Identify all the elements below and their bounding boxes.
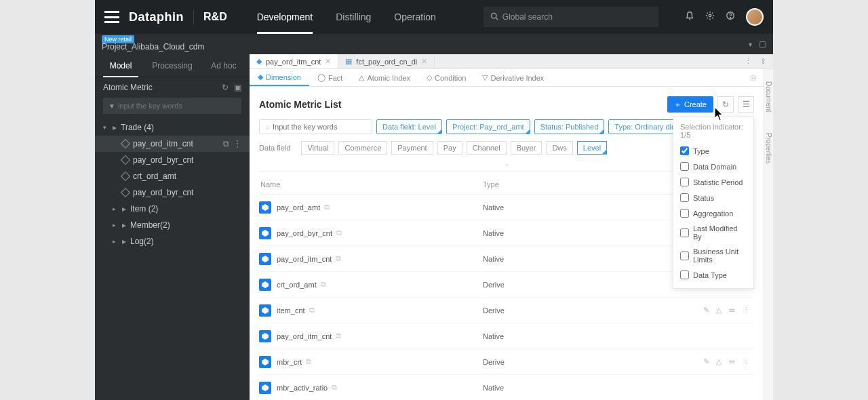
warning-icon[interactable]: △ [716,306,722,315]
table-row[interactable]: mbr_crt⧉Derive✎△⩸⋮ [259,349,754,375]
project-selector[interactable]: New retail Project_Alibaba_Cloud_cdm ▾ ▢ [95,34,773,54]
hierarchy-icon[interactable]: ⧉ [321,280,326,289]
close-icon[interactable]: ✕ [325,57,331,66]
tag-pay[interactable]: Pay [437,141,462,155]
dropdown-item[interactable]: Statistic Period [680,174,747,190]
more-icon[interactable]: ⋮ [743,306,750,315]
tree-item-label: Item (2) [130,204,241,214]
hierarchy-icon[interactable]: ⧉ [324,203,330,212]
table-row[interactable]: item_cnt⧉Derive✎△⩸⋮ [259,298,754,323]
dropdown-item[interactable]: Business Unit Limits [680,244,747,267]
checkbox[interactable] [680,146,689,155]
nav-tab-distilling[interactable]: Distilling [336,0,371,34]
metric-icon [259,330,271,342]
filter-chip-datafield[interactable]: Data field: Level [376,119,442,134]
table-row[interactable]: pay_ord_itm_cnt⧉Native [259,323,754,349]
tree-item-metric[interactable]: pay_ord_itm_cnt ⧉⋮ [95,136,250,152]
tree-group-member[interactable]: ▸ ▸ Member(2) [95,217,250,233]
file-tab[interactable]: ▦ fct_pay_ord_cn_di ✕ [338,54,435,68]
dim-tab-derivative[interactable]: ▽Derivative Index [474,69,552,86]
tag-level[interactable]: Level [577,141,607,155]
checkbox[interactable] [680,193,689,202]
left-tab-model[interactable]: Model [95,54,146,77]
checkbox[interactable] [680,162,689,171]
tag-virtual[interactable]: Virtual [301,141,334,155]
tree-item-label: pay_ord_byr_cnt [133,155,241,165]
columns-button[interactable]: ☰ [738,96,754,113]
avatar[interactable] [746,8,764,26]
location-icon[interactable]: ◎ [743,69,764,86]
dim-tab-atomic[interactable]: △Atomic Index [351,69,418,86]
stats-icon[interactable]: ⩸ [728,306,736,315]
refresh-icon[interactable]: ↻ [222,83,229,92]
more-icon[interactable]: ⋮ [745,57,752,66]
tag-buyer[interactable]: Buyer [511,141,542,155]
global-search[interactable] [484,7,658,27]
svg-point-3 [709,14,711,17]
help-icon[interactable] [726,11,735,23]
dropdown-item[interactable]: Data Type [680,267,747,283]
tree-item-metric[interactable]: pay_ord_byr_cnt [95,184,250,201]
tag-dws[interactable]: Dws [546,141,572,155]
add-icon[interactable]: ▣ [234,83,241,92]
checkbox[interactable] [680,252,689,260]
dim-tab-dimension[interactable]: ◆Dimension [250,69,309,86]
hierarchy-icon[interactable]: ⧉ [332,383,337,392]
table-row[interactable]: mbr_activ_ratio⧉Native [259,375,754,400]
right-tab-properties[interactable]: Properties [765,133,772,164]
tree-group-item[interactable]: ▸ ▸ Item (2) [95,201,250,217]
checkbox[interactable] [680,271,689,279]
dropdown-item[interactable]: Status [680,190,747,205]
sidebar-filter[interactable]: ▼ [103,98,241,114]
dim-tab-fact[interactable]: ◯Fact [309,69,351,86]
stats-icon[interactable]: ⩸ [728,357,736,366]
bell-icon[interactable] [685,11,694,23]
edit-icon[interactable]: ✎ [703,306,709,315]
tree-group-log[interactable]: ▸ ▸ Log(2) [95,233,250,249]
menu-icon[interactable] [104,11,119,23]
tag-channel[interactable]: Channel [467,141,507,155]
file-tab[interactable]: ◆ pay_ord_itm_cnt ✕ [250,54,338,68]
filter-chip-project[interactable]: Project: Pay_ord_amt [446,119,530,134]
edit-icon[interactable]: ✎ [703,357,709,366]
hierarchy-icon[interactable]: ⧉ [306,357,311,366]
right-tab-document[interactable]: Document [765,81,772,113]
tag-commerce[interactable]: Commerce [338,141,387,155]
global-search-input[interactable] [502,12,652,22]
hierarchy-icon[interactable]: ⧉ [309,306,315,315]
gear-icon[interactable] [705,11,715,23]
more-icon[interactable]: ⋮ [743,357,750,366]
hierarchy-icon[interactable]: ⧉ [336,332,341,340]
nav-tab-operation[interactable]: Operation [394,0,435,34]
filter-chip-status[interactable]: Status: Published [534,119,605,134]
checkbox[interactable] [680,178,689,186]
more-icon[interactable]: ⋮ [233,139,241,148]
dropdown-item[interactable]: Aggregation [680,205,747,221]
checkbox[interactable] [680,209,689,218]
keyword-filter-input[interactable] [273,123,366,131]
sidebar-filter-input[interactable] [118,102,236,110]
hierarchy-icon[interactable]: ⧉ [336,254,341,263]
warning-icon[interactable]: △ [716,357,722,366]
left-tab-adhoc[interactable]: Ad hoc [198,54,250,77]
close-icon[interactable]: ✕ [421,57,427,66]
refresh-button[interactable]: ↻ [717,96,734,113]
tree-item-metric[interactable]: crt_ord_amt [95,168,250,184]
copy-icon[interactable]: ⧉ [223,139,229,148]
checkbox[interactable] [680,228,689,237]
copy-icon[interactable]: ▢ [759,39,766,49]
tag-payment[interactable]: Payment [391,141,433,155]
hierarchy-icon[interactable]: ⧉ [336,228,342,237]
keyword-filter[interactable]: ⌕ [259,119,372,134]
dropdown-item[interactable]: Last Modified By [680,221,747,244]
export-icon[interactable]: ⇪ [760,57,766,66]
sidebar-section-title: Atomic Metric [103,83,153,92]
dim-tab-condition[interactable]: ◇Condition [418,69,474,86]
left-tab-processing[interactable]: Processing [146,54,198,77]
tree-item-metric[interactable]: pay_ord_byr_cnt [95,152,250,168]
nav-tab-development[interactable]: Development [257,0,313,34]
create-button[interactable]: ＋Create [667,96,713,113]
tree-root-trade[interactable]: ▾ ▸ Trade (4) [95,119,250,136]
dropdown-item[interactable]: Data Domain [680,159,747,174]
dropdown-item[interactable]: Type [680,143,747,159]
